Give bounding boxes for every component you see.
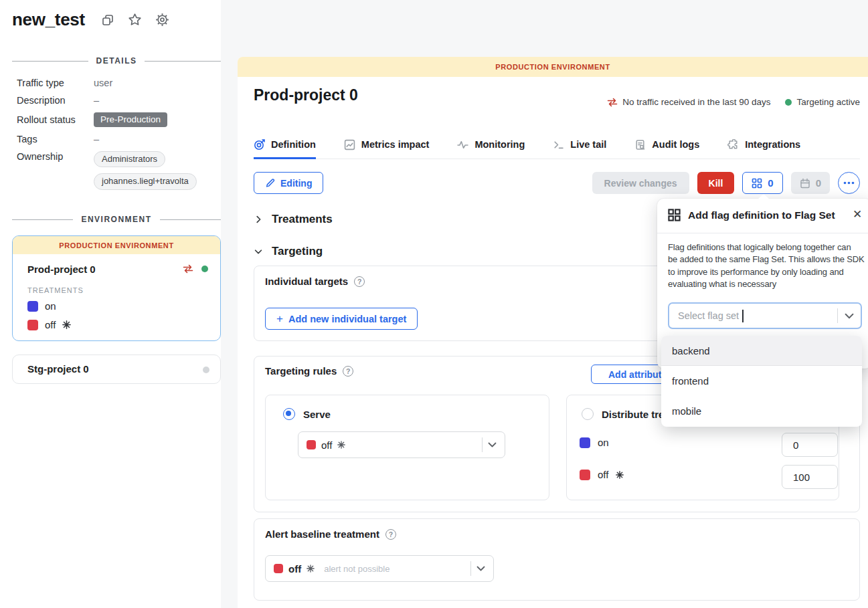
close-icon[interactable]: ✕ <box>853 207 862 221</box>
text-cursor <box>742 310 744 322</box>
flag-sets-count: 0 <box>768 177 773 189</box>
treatment-row-off: off <box>27 319 71 330</box>
status-row: No traffic received in the last 90 days … <box>607 97 860 107</box>
tab-live-tail[interactable]: Live tail <box>553 132 606 159</box>
puzzle-icon <box>727 139 739 150</box>
more-actions-button[interactable] <box>838 172 860 194</box>
distribute-radio[interactable] <box>582 408 594 420</box>
pulse-icon <box>457 139 468 150</box>
serve-radio-row[interactable]: Serve <box>283 408 331 420</box>
default-treatment-icon <box>337 441 345 449</box>
page-title: new_test <box>12 9 85 30</box>
environment-status-dot <box>201 266 208 272</box>
serve-treatment-select[interactable]: off <box>298 431 505 458</box>
alert-baseline-heading: Alert baseline treatment ? <box>265 528 396 540</box>
toolbar: Editing Review changes Kill 0 <box>254 172 860 194</box>
targeting-active-dot <box>785 99 792 106</box>
tab-integrations[interactable]: Integrations <box>727 132 800 159</box>
serve-radio[interactable] <box>283 408 295 420</box>
sidebar: DETAILS Traffic type user Description – … <box>0 0 221 608</box>
help-icon[interactable]: ? <box>354 276 365 287</box>
feature-flag-page: new_test DETAILS Traffic type user <box>0 0 868 608</box>
treatment-off-swatch <box>580 470 590 480</box>
distribute-row-on: on <box>580 437 609 448</box>
distribute-row-off: off <box>580 469 624 480</box>
copy-icon[interactable] <box>101 13 114 27</box>
flag-set-options-dropdown: backend frontend mobile <box>661 336 862 427</box>
environment-heading: ENVIRONMENT <box>12 215 221 224</box>
page-header: new_test <box>12 9 169 30</box>
pencil-icon <box>265 178 275 188</box>
gear-icon[interactable] <box>155 13 169 27</box>
default-treatment-icon <box>307 565 315 573</box>
flag-set-grid-icon <box>668 209 681 221</box>
tab-metrics-impact[interactable]: Metrics impact <box>344 132 430 159</box>
flag-set-grid-icon <box>752 178 762 189</box>
owner-chip[interactable]: johannes.liegl+travolta <box>94 173 197 189</box>
audit-log-icon <box>634 139 646 150</box>
details-heading: DETAILS <box>12 56 221 66</box>
kill-button[interactable]: Kill <box>697 172 735 194</box>
targeting-status: Targeting active <box>785 97 860 107</box>
flag-set-option-backend[interactable]: backend <box>661 336 862 366</box>
traffic-swap-icon <box>607 98 618 107</box>
chevron-down-icon <box>476 566 485 571</box>
flag-set-select-input[interactable]: Select flag set <box>668 302 862 329</box>
rollout-status-badge: Pre-Production <box>94 112 167 127</box>
alert-baseline-select[interactable]: off alert not possible <box>265 555 494 582</box>
tab-monitoring[interactable]: Monitoring <box>457 132 525 159</box>
flag-set-option-mobile[interactable]: mobile <box>661 396 862 426</box>
targeting-section-header[interactable]: Targeting <box>254 245 323 258</box>
tags-row: Tags – <box>17 134 214 144</box>
select-placeholder: Select flag set <box>678 310 739 321</box>
popover-description: Flag definitions that logically belong t… <box>668 241 868 291</box>
description-row: Description – <box>17 95 214 106</box>
distribute-off-percent-input[interactable] <box>782 465 838 489</box>
review-changes-button[interactable]: Review changes <box>592 172 689 194</box>
help-icon[interactable]: ? <box>343 366 353 377</box>
calendar-icon <box>800 178 810 189</box>
tab-audit-logs[interactable]: Audit logs <box>634 132 699 159</box>
traffic-type-row: Traffic type user <box>17 78 214 88</box>
serve-rule-box: Serve off <box>265 395 549 500</box>
ellipsis-icon <box>843 181 855 185</box>
plus-icon: + <box>276 312 283 326</box>
rollout-status-row: Rollout status Pre-Production <box>17 112 214 127</box>
flag-set-option-frontend[interactable]: frontend <box>661 366 862 396</box>
popover-header: Add flag definition to Flag Set <box>668 209 835 221</box>
popover-divider <box>657 233 868 233</box>
terminal-icon <box>553 139 564 150</box>
target-icon <box>254 139 265 150</box>
owner-chip[interactable]: Administrators <box>94 151 165 167</box>
environment-status-dot <box>203 367 209 373</box>
targeting-rules-heading: Targeting rules ? <box>265 365 353 377</box>
treatments-section-header[interactable]: Treatments <box>254 213 333 226</box>
treatment-on-swatch <box>580 437 590 448</box>
schedule-count: 0 <box>816 177 821 189</box>
environment-card-staging[interactable]: Stg-project 0 <box>12 354 221 384</box>
traffic-status: No traffic received in the last 90 days <box>607 97 770 107</box>
ownership-row: Ownership Administrators johannes.liegl+… <box>17 151 214 190</box>
chevron-down-icon <box>488 442 497 447</box>
popover-title: Add flag definition to Flag Set <box>688 209 835 221</box>
distribute-on-percent-input[interactable] <box>782 433 838 457</box>
add-individual-target-button[interactable]: + Add new individual target <box>265 308 418 330</box>
treatment-on-swatch <box>27 301 38 312</box>
star-icon[interactable] <box>128 13 142 27</box>
production-environment-banner: PRODUCTION ENVIRONMENT <box>238 57 868 77</box>
help-icon[interactable]: ? <box>385 529 396 540</box>
environment-name: Stg-project 0 <box>27 363 89 375</box>
treatment-off-swatch <box>27 320 38 330</box>
individual-targets-heading: Individual targets ? <box>265 276 365 287</box>
editing-button[interactable]: Editing <box>254 172 323 194</box>
alert-baseline-card: Alert baseline treatment ? off alert not… <box>254 518 860 601</box>
environment-card-production[interactable]: PRODUCTION ENVIRONMENT Prod-project 0 TR… <box>12 235 221 341</box>
tab-definition[interactable]: Definition <box>254 132 316 159</box>
schedule-button[interactable]: 0 <box>791 172 830 194</box>
chevron-right-icon <box>254 215 263 224</box>
flag-sets-button[interactable]: 0 <box>742 172 782 194</box>
chevron-down-icon <box>845 313 854 319</box>
alert-not-possible-note: alert not possible <box>324 564 389 574</box>
treatments-heading: TREATMENTS <box>27 286 84 294</box>
flag-title: Prod-project 0 <box>254 86 358 104</box>
